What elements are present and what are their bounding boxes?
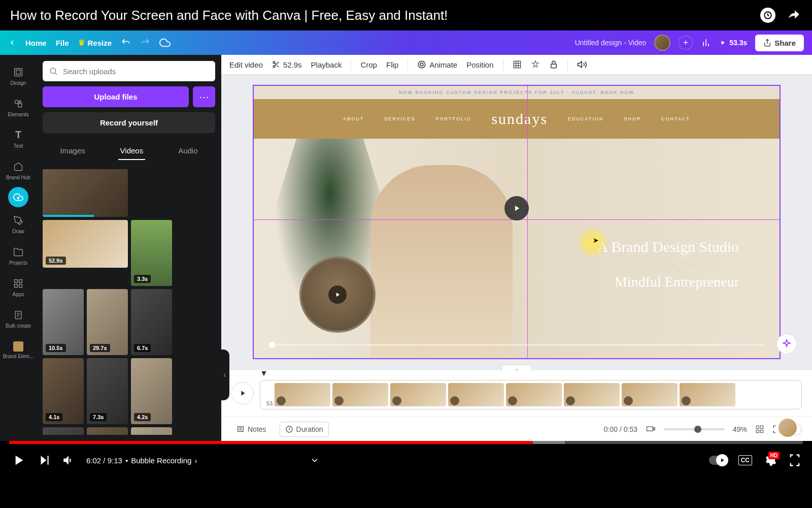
svg-rect-1 xyxy=(15,68,22,76)
apps-tab[interactable]: Apps xyxy=(2,272,35,302)
share-icon[interactable] xyxy=(786,9,802,22)
svg-rect-16 xyxy=(551,64,556,68)
playback-button[interactable]: Playback xyxy=(311,60,342,69)
preview-button[interactable]: 53.3s xyxy=(719,39,747,47)
yt-cc-button[interactable]: CC xyxy=(738,455,752,465)
svg-rect-23 xyxy=(761,430,763,432)
upload-files-button[interactable]: Upload files xyxy=(43,86,189,107)
yt-chapter-chevron[interactable] xyxy=(310,455,320,465)
images-tab[interactable]: Images xyxy=(58,142,87,160)
zoom-slider[interactable] xyxy=(664,428,725,430)
upload-thumbnail[interactable]: 52.9s xyxy=(43,220,128,268)
upload-thumbnail[interactable] xyxy=(43,169,128,217)
upload-thumbnail[interactable]: 7.3s xyxy=(87,358,128,424)
document-name[interactable]: Untitled design - Video xyxy=(575,39,647,47)
thumbnail-duration: 10.5s xyxy=(46,344,66,352)
position-button[interactable]: Position xyxy=(466,60,493,69)
crop-button[interactable]: Crop xyxy=(360,60,377,69)
resize-button[interactable]: ♛ Resize xyxy=(78,38,112,47)
yt-settings-button[interactable]: HD xyxy=(763,454,776,467)
animate-button[interactable]: Animate xyxy=(417,60,457,69)
copy-style-button[interactable] xyxy=(531,60,540,69)
share-button[interactable]: Share xyxy=(755,35,804,51)
text-tab[interactable]: T Text xyxy=(2,124,35,153)
notes-button[interactable]: Notes xyxy=(231,422,272,436)
brand-hub-tab[interactable]: Brand Hub xyxy=(2,155,35,185)
timeline-frame xyxy=(680,383,735,406)
svg-point-3 xyxy=(15,100,18,104)
videos-tab[interactable]: Videos xyxy=(118,142,146,160)
collapse-panel-handle[interactable]: ‹ xyxy=(220,350,229,400)
timeline-collapse[interactable]: ⌄ xyxy=(501,365,532,372)
projects-tab[interactable]: Projects xyxy=(2,241,35,270)
upload-thumbnail[interactable]: 4.2s xyxy=(131,358,172,424)
flip-button[interactable]: Flip xyxy=(386,60,398,69)
back-button[interactable] xyxy=(8,39,16,47)
search-uploads[interactable] xyxy=(43,61,215,81)
trim-button[interactable]: 52.9s xyxy=(272,60,302,69)
undo-button[interactable] xyxy=(121,38,131,48)
svg-point-12 xyxy=(273,66,275,68)
draw-tab[interactable]: Draw xyxy=(2,209,35,239)
edit-video-button[interactable]: Edit video xyxy=(229,60,263,69)
crown-icon: ♛ xyxy=(78,38,85,47)
timeline-time: 0:00 / 0:53 xyxy=(604,425,637,433)
watch-later-icon[interactable] xyxy=(760,8,775,23)
brand-elements-tab[interactable]: Brand Elem... xyxy=(2,335,35,365)
thumbnail-duration: 6.7s xyxy=(134,344,151,352)
file-button[interactable]: File xyxy=(56,39,69,47)
playhead-marker[interactable]: ▼ xyxy=(260,369,268,378)
redo-button[interactable] xyxy=(140,38,150,48)
yt-play-button[interactable] xyxy=(10,452,26,468)
home-button[interactable]: Home xyxy=(25,39,47,47)
add-member-button[interactable]: + xyxy=(679,36,693,50)
upload-thumbnail[interactable]: 6.7s xyxy=(131,289,172,355)
uploads-tab[interactable] xyxy=(8,187,28,207)
transparency-button[interactable] xyxy=(513,60,522,69)
upload-thumbnail[interactable]: 5.5s xyxy=(131,427,172,435)
volume-button[interactable] xyxy=(577,59,587,70)
timeline-track[interactable]: 53.3s xyxy=(260,380,802,409)
upload-thumbnail[interactable]: 4.0s xyxy=(87,427,128,435)
upload-thumbnail[interactable]: 10.5s xyxy=(43,289,84,355)
upload-more-button[interactable]: ⋯ xyxy=(193,86,215,107)
magic-button[interactable] xyxy=(776,334,797,354)
analytics-icon[interactable] xyxy=(701,38,711,48)
video-scrubber[interactable] xyxy=(269,344,764,346)
audio-tab[interactable]: Audio xyxy=(176,142,199,160)
design-tab[interactable]: Design xyxy=(2,61,35,90)
svg-rect-19 xyxy=(654,427,655,430)
zoom-percent[interactable]: 49% xyxy=(733,425,747,433)
yt-theater-button[interactable] xyxy=(788,453,802,467)
canva-topbar: Home File ♛ Resize Untitled design - Vid… xyxy=(0,30,812,55)
cloud-sync-icon[interactable] xyxy=(159,37,171,48)
grid-view-button[interactable] xyxy=(755,425,764,434)
timeline-frame xyxy=(275,383,330,406)
user-avatar[interactable] xyxy=(654,35,670,51)
canvas-stage[interactable]: NOW BOOKING CUSTOM DESIGN PROJECTS FOR J… xyxy=(253,85,781,359)
face-bubble-overlay[interactable] xyxy=(299,257,376,333)
duration-button[interactable]: Duration xyxy=(280,422,329,437)
bulk-create-tab[interactable]: Bulk create xyxy=(2,304,35,333)
cursor-icon: ➤ xyxy=(593,236,599,244)
lock-button[interactable] xyxy=(549,60,558,69)
upload-thumbnail[interactable]: 29.7s xyxy=(87,289,128,355)
upload-thumbnail[interactable]: 3.3s xyxy=(131,220,172,286)
upload-thumbnail[interactable]: 17.0s xyxy=(43,427,84,435)
bottom-controls: Notes Duration 0:00 / 0:53 49% ? xyxy=(221,417,812,441)
elements-tab[interactable]: Elements xyxy=(2,92,35,122)
uploads-grid: 52.9s3.3s10.5s29.7s6.7s4.1s7.3s4.2s17.0s… xyxy=(43,169,215,435)
search-input[interactable] xyxy=(63,67,209,76)
record-yourself-button[interactable]: Record yourself xyxy=(43,112,215,133)
center-play-button[interactable] xyxy=(504,196,529,220)
yt-autoplay-toggle[interactable] xyxy=(709,456,727,465)
svg-rect-7 xyxy=(15,284,18,287)
page-view-button[interactable] xyxy=(646,424,656,434)
timeline-play-button[interactable] xyxy=(231,382,254,404)
timeline-frame xyxy=(390,383,446,406)
search-icon xyxy=(49,67,58,76)
youtube-progress-bar[interactable] xyxy=(9,441,803,444)
yt-next-button[interactable] xyxy=(38,454,51,467)
upload-thumbnail[interactable]: 4.1s xyxy=(43,358,84,424)
yt-volume-button[interactable] xyxy=(62,454,75,467)
